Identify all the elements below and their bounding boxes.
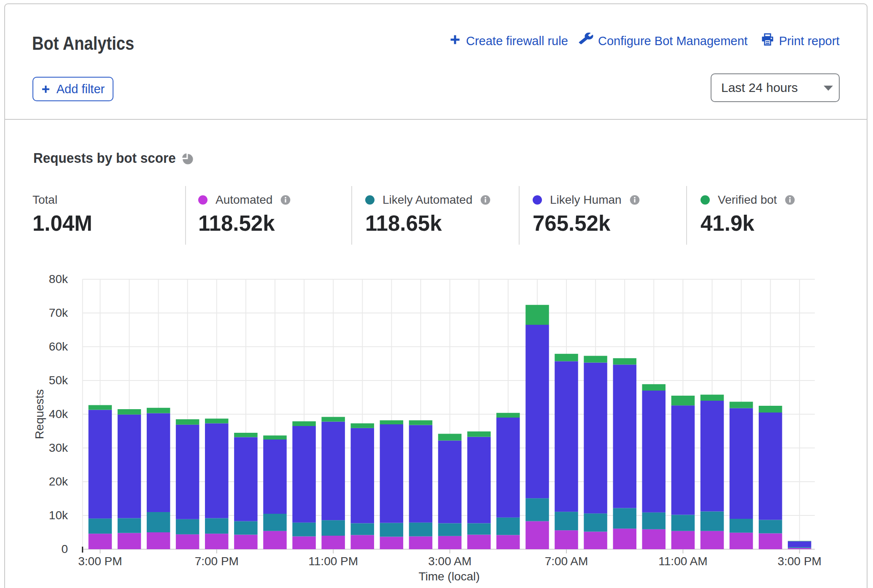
svg-text:60k: 60k: [49, 340, 68, 353]
svg-text:70k: 70k: [49, 306, 68, 319]
svg-text:11:00 PM: 11:00 PM: [308, 555, 358, 568]
svg-text:40k: 40k: [49, 407, 68, 421]
svg-text:11:00 AM: 11:00 AM: [658, 555, 707, 568]
svg-text:Requests: Requests: [33, 389, 46, 439]
svg-text:3:00 AM: 3:00 AM: [428, 555, 472, 568]
svg-text:50k: 50k: [49, 374, 68, 387]
svg-text:3:00 PM: 3:00 PM: [78, 555, 122, 568]
svg-text:10k: 10k: [49, 509, 68, 522]
svg-text:7:00 AM: 7:00 AM: [545, 555, 588, 568]
svg-text:30k: 30k: [49, 441, 68, 454]
svg-text:3:00 PM: 3:00 PM: [778, 555, 822, 568]
svg-text:Time (local): Time (local): [418, 570, 480, 583]
svg-text:80k: 80k: [49, 272, 68, 286]
svg-text:0: 0: [61, 542, 68, 556]
svg-text:7:00 PM: 7:00 PM: [195, 555, 239, 568]
svg-text:20k: 20k: [49, 475, 68, 488]
